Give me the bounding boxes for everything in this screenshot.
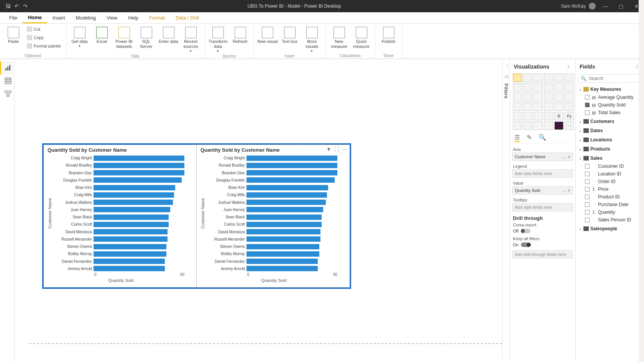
viz-type-icon[interactable]	[544, 74, 553, 82]
viz-type-icon[interactable]	[554, 102, 564, 111]
viz-type-icon[interactable]	[523, 102, 532, 111]
viz-type-icon[interactable]	[565, 93, 574, 101]
report-view-button[interactable]	[0, 61, 15, 74]
viz-type-icon[interactable]	[544, 121, 553, 130]
focus-mode-icon[interactable]: ⛶	[334, 146, 339, 152]
viz-type-icon[interactable]	[565, 83, 574, 92]
field-item[interactable]: Location ID	[578, 170, 642, 178]
bar[interactable]	[94, 222, 169, 227]
viz-type-icon[interactable]	[523, 74, 532, 82]
viz-type-icon[interactable]	[565, 74, 574, 82]
sql-server-button[interactable]: SQL Server	[136, 25, 157, 49]
bar[interactable]	[246, 266, 318, 271]
keep-filters-toggle[interactable]	[521, 242, 531, 247]
fields-tab-icon[interactable]: ☰	[514, 134, 520, 142]
more-options-icon[interactable]: ⋯	[342, 146, 347, 152]
bar[interactable]	[246, 236, 320, 242]
bar[interactable]	[94, 215, 169, 220]
viz-type-icon[interactable]	[523, 83, 532, 92]
refresh-button[interactable]: Refresh	[230, 25, 251, 44]
viz-type-icon[interactable]	[554, 93, 564, 101]
field-checkbox[interactable]	[585, 210, 590, 215]
minimize-button[interactable]: ―	[598, 3, 613, 9]
text-box-button[interactable]: Text box	[279, 25, 300, 44]
tooltips-well[interactable]: Add data fields here	[512, 203, 573, 211]
bar[interactable]	[246, 170, 337, 175]
bar[interactable]	[94, 177, 182, 183]
bar[interactable]	[94, 251, 166, 257]
table-header[interactable]: ⌄Salespeople	[578, 224, 642, 233]
value-well[interactable]: Quantity Sold⌄✕	[512, 186, 573, 195]
field-checkbox[interactable]	[585, 164, 590, 169]
field-item[interactable]: Purchase Date	[578, 201, 642, 208]
viz-type-icon[interactable]	[534, 83, 543, 92]
field-checkbox[interactable]	[585, 110, 590, 115]
field-item[interactable]: ▤Total Sales	[578, 109, 642, 116]
expand-filters-icon[interactable]: 〈	[504, 64, 508, 69]
visual-2[interactable]: ▼ ⛶ ⋯ Quantity Sold by Customer Name Cus…	[196, 144, 350, 288]
bar[interactable]	[246, 192, 327, 198]
bar[interactable]	[246, 156, 337, 161]
pbi-datasets-button[interactable]: Power BI datasets	[114, 25, 135, 49]
tab-view[interactable]: View	[101, 12, 123, 23]
bar[interactable]	[94, 266, 165, 271]
bar[interactable]	[94, 236, 168, 242]
field-checkbox[interactable]	[585, 195, 590, 199]
bar[interactable]	[246, 229, 320, 234]
bar[interactable]	[246, 259, 318, 264]
vertical-scrollbar[interactable]	[639, 0, 644, 362]
model-view-button[interactable]	[0, 87, 15, 100]
table-header[interactable]: ⌄Customers	[578, 117, 642, 126]
bar[interactable]	[94, 200, 173, 205]
filters-pane-collapsed[interactable]: 〈 ◁ Filters	[502, 59, 510, 362]
field-item[interactable]: ΣPrice	[578, 185, 642, 193]
publish-button[interactable]: Publish	[378, 25, 399, 44]
table-header[interactable]: ⌄Key Measures	[578, 85, 642, 93]
tab-file[interactable]: File	[4, 12, 23, 23]
viz-type-icon[interactable]	[544, 102, 553, 111]
bar[interactable]	[94, 163, 184, 168]
tab-insert[interactable]: Insert	[47, 12, 71, 23]
collapse-viz-icon[interactable]: 〉	[567, 64, 572, 70]
viz-type-icon[interactable]	[523, 121, 532, 130]
chevron-down-icon[interactable]: ⌄	[563, 188, 566, 193]
viz-type-icon[interactable]	[534, 102, 543, 111]
bar[interactable]	[94, 229, 168, 234]
bar[interactable]	[94, 207, 170, 212]
viz-type-icon[interactable]	[513, 83, 522, 92]
viz-type-icon[interactable]	[513, 74, 522, 82]
bar[interactable]	[246, 177, 335, 183]
redo-icon[interactable]: ↷	[23, 3, 28, 9]
user-account[interactable]: Sam McKay	[561, 3, 596, 10]
viz-type-icon[interactable]	[565, 102, 574, 111]
new-visual-button[interactable]: New visual	[257, 25, 278, 44]
bar[interactable]	[94, 259, 165, 264]
bar[interactable]	[246, 251, 319, 257]
bar[interactable]	[94, 185, 175, 190]
field-item[interactable]: Customer ID	[578, 162, 642, 170]
field-checkbox[interactable]	[585, 187, 590, 192]
viz-type-icon[interactable]	[544, 93, 553, 101]
viz-type-icon[interactable]	[554, 121, 564, 130]
field-item[interactable]: Sales Person ID	[578, 216, 642, 224]
tab-modeling[interactable]: Modeling	[71, 12, 102, 23]
axis-well[interactable]: Customer Name⌄✕	[512, 152, 573, 161]
legend-well[interactable]: Add data fields here	[512, 169, 573, 178]
data-view-button[interactable]	[0, 74, 15, 87]
table-header[interactable]: ⌄Products	[578, 145, 642, 153]
viz-type-icon[interactable]	[513, 112, 522, 120]
field-checkbox[interactable]	[585, 202, 590, 207]
field-checkbox[interactable]: ✓	[585, 103, 590, 107]
show-filters-icon[interactable]: ◁	[504, 74, 508, 79]
save-icon[interactable]: 🖫	[5, 3, 11, 9]
bar[interactable]	[94, 156, 184, 161]
viz-type-icon[interactable]: R	[554, 112, 564, 120]
tab-data-drill[interactable]: Data / Drill	[170, 12, 204, 23]
report-canvas[interactable]: Quantity Sold by Customer Name Customer …	[15, 59, 502, 362]
analytics-tab-icon[interactable]: 🔍	[539, 134, 546, 142]
table-header[interactable]: ⌄Locations	[578, 136, 642, 144]
chevron-down-icon[interactable]: ⌄	[563, 155, 566, 159]
selected-visual-group[interactable]: Quantity Sold by Customer Name Customer …	[42, 143, 351, 289]
excel-button[interactable]: Excel	[92, 25, 112, 44]
remove-icon[interactable]: ✕	[567, 155, 570, 159]
